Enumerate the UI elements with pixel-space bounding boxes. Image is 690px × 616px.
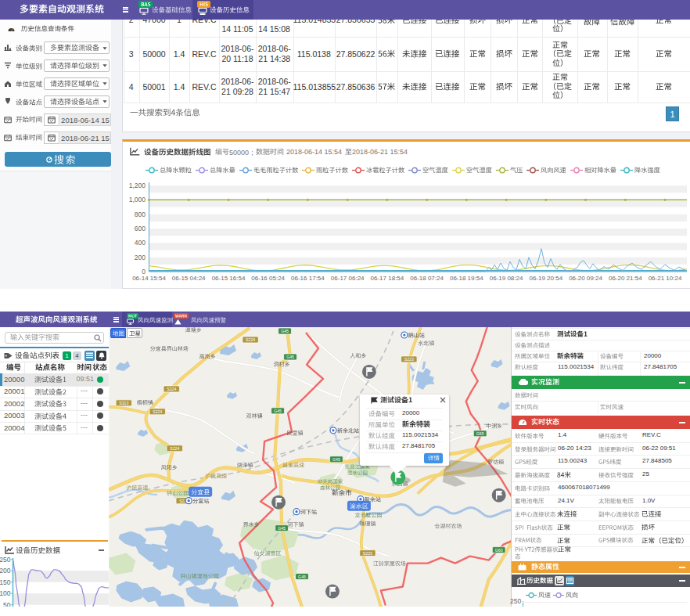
svg-text:06-18 19:54: 06-18 19:54 bbox=[450, 275, 483, 282]
svg-text:G45: G45 bbox=[274, 409, 282, 413]
svg-text:S223: S223 bbox=[363, 550, 372, 555]
svg-text:G45: G45 bbox=[298, 574, 306, 578]
svg-text:800: 800 bbox=[135, 211, 146, 218]
svg-text:200: 200 bbox=[0, 567, 11, 575]
svg-text:06-16 05:24: 06-16 05:24 bbox=[251, 275, 285, 282]
svg-text:1,000: 1,000 bbox=[129, 196, 146, 204]
svg-text:S224: S224 bbox=[167, 387, 176, 391]
svg-text:1,200: 1,200 bbox=[129, 182, 146, 189]
svg-text:G45: G45 bbox=[332, 456, 340, 461]
svg-text:06-17 18:54: 06-17 18:54 bbox=[371, 275, 404, 282]
svg-text:G60: G60 bbox=[495, 547, 503, 552]
svg-text:50: 50 bbox=[3, 601, 11, 607]
svg-text:400: 400 bbox=[135, 239, 146, 247]
svg-text:06-19 08:24: 06-19 08:24 bbox=[490, 275, 523, 282]
svg-text:06-16 17:54: 06-16 17:54 bbox=[291, 275, 325, 282]
svg-text:250: 250 bbox=[0, 556, 11, 564]
svg-text:06-15 04:24: 06-15 04:24 bbox=[172, 275, 206, 282]
svg-text:06-21 10:24: 06-21 10:24 bbox=[649, 275, 682, 282]
svg-text:06-20 09:24: 06-20 09:24 bbox=[569, 275, 602, 282]
svg-text:S223: S223 bbox=[404, 357, 414, 362]
svg-text:200: 200 bbox=[135, 254, 146, 261]
svg-text:S224: S224 bbox=[246, 337, 255, 342]
svg-text:600: 600 bbox=[135, 225, 146, 232]
svg-text:S224: S224 bbox=[170, 445, 179, 450]
svg-text:06-15 16:54: 06-15 16:54 bbox=[212, 275, 246, 282]
svg-text:S224: S224 bbox=[153, 409, 162, 414]
svg-text:06-20 21:54: 06-20 21:54 bbox=[609, 275, 642, 282]
svg-text:S313: S313 bbox=[119, 401, 128, 405]
svg-text:06-18 07:24: 06-18 07:24 bbox=[410, 275, 444, 282]
svg-text:150: 150 bbox=[0, 578, 11, 586]
svg-text:06-19 20:54: 06-19 20:54 bbox=[529, 275, 562, 282]
svg-text:100: 100 bbox=[0, 589, 11, 597]
svg-text:G65: G65 bbox=[476, 431, 484, 436]
svg-text:06-14 15:54: 06-14 15:54 bbox=[132, 275, 166, 282]
svg-text:06-17 06:24: 06-17 06:24 bbox=[331, 275, 365, 282]
svg-text:G45: G45 bbox=[281, 329, 289, 333]
svg-text:G45: G45 bbox=[286, 355, 294, 359]
svg-text:G45: G45 bbox=[278, 525, 286, 530]
